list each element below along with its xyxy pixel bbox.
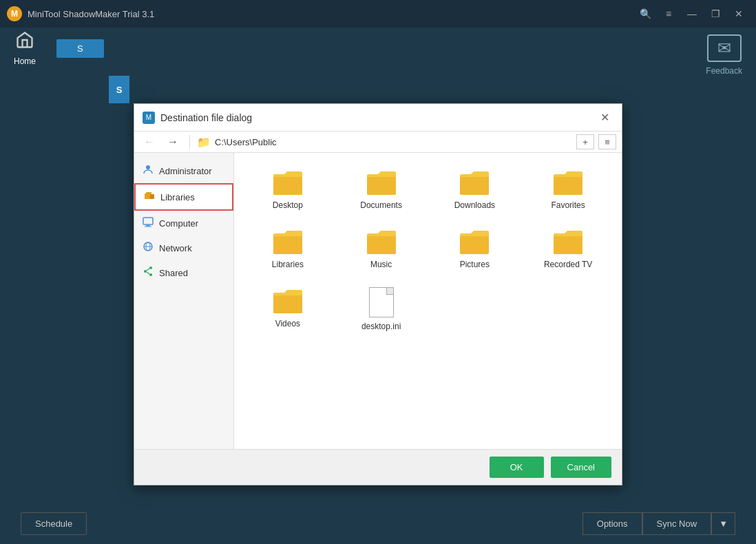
dialog-app-icon: M (143, 112, 155, 124)
active-tab[interactable]: S (56, 39, 104, 58)
middle-content: S M Destination file dialog ✕ ← → (0, 69, 756, 503)
folder-icon-music (366, 228, 397, 255)
computer-icon (143, 216, 154, 230)
app-title: MiniTool ShadowMaker Trial 3.1 (28, 9, 154, 19)
cancel-button[interactable]: Cancel (551, 457, 611, 478)
file-name-favorites: Favorites (551, 200, 585, 210)
options-button[interactable]: Options (582, 512, 642, 535)
feedback-icon: ✉ (707, 34, 742, 62)
close-button[interactable]: ✕ (728, 6, 749, 21)
administrator-label: Administrator (159, 166, 212, 176)
file-item-desktop-ini[interactable]: desktop.ini (338, 282, 425, 337)
back-button[interactable]: ← (140, 134, 159, 149)
search-button[interactable]: 🔍 (635, 6, 655, 21)
dialog-title: Destination file dialog (160, 112, 252, 123)
svg-line-13 (147, 269, 149, 271)
file-name-desktop: Desktop (273, 200, 303, 210)
folder-icon-downloads (459, 169, 490, 196)
menu-button[interactable]: ≡ (658, 6, 679, 21)
sync-now-button[interactable]: Sync Now (642, 512, 712, 535)
svg-line-14 (147, 272, 149, 274)
shared-label: Shared (159, 268, 188, 278)
dialog-left-panel: Administrator Libraries (134, 153, 234, 449)
left-item-shared[interactable]: Shared (134, 260, 233, 285)
app-body: Home S ✉ Feedback S M Destination file d… (0, 28, 756, 544)
file-name-desktop-ini: desktop.ini (361, 322, 401, 331)
file-name-recorded-tv: Recorded TV (544, 260, 592, 269)
addr-separator (189, 135, 190, 149)
folder-icon-favorites (552, 169, 584, 196)
dialog-content: Administrator Libraries (134, 153, 622, 449)
svg-point-11 (144, 270, 147, 273)
dialog-overlay: M Destination file dialog ✕ ← → 📁 C:\Use… (0, 69, 756, 503)
svg-rect-4 (143, 218, 153, 224)
file-name-music: Music (370, 260, 392, 269)
svg-point-10 (149, 266, 152, 269)
svg-rect-3 (150, 194, 154, 199)
home-icon (15, 30, 34, 54)
libraries-label: Libraries (160, 192, 195, 202)
file-item-desktop[interactable]: Desktop (244, 163, 331, 216)
restore-button[interactable]: ❐ (705, 6, 726, 21)
dialog-close-button[interactable]: ✕ (596, 109, 613, 125)
folder-icon-recorded-tv (552, 228, 584, 255)
svg-rect-5 (146, 225, 150, 227)
libraries-icon (144, 190, 155, 204)
folder-icon-pictures (459, 228, 490, 255)
svg-rect-2 (146, 192, 151, 193)
home-label: Home (14, 56, 36, 66)
folder-icon-documents (366, 169, 397, 196)
file-doc-icon (369, 287, 394, 317)
folder-icon-libraries (272, 228, 304, 255)
file-grid: Desktop Documents (241, 160, 615, 340)
left-item-computer[interactable]: Computer (134, 211, 233, 236)
file-item-documents[interactable]: Documents (338, 163, 425, 216)
left-item-network[interactable]: Network (134, 236, 233, 260)
addr-path: C:\Users\Public (215, 137, 572, 147)
file-name-pictures: Pictures (460, 260, 490, 269)
administrator-icon (143, 164, 154, 178)
addr-add-button[interactable]: + (576, 134, 594, 149)
file-name-videos: Videos (275, 319, 300, 328)
file-name-libraries: Libraries (272, 260, 304, 269)
app-icon: M (7, 6, 22, 21)
file-item-music[interactable]: Music (338, 222, 425, 275)
file-item-videos[interactable]: Videos (244, 282, 331, 337)
svg-point-12 (149, 273, 152, 276)
dialog-footer: OK Cancel (134, 449, 622, 485)
file-item-downloads[interactable]: Downloads (432, 163, 518, 216)
bottom-bar: Schedule Options Sync Now ▼ (0, 503, 756, 544)
folder-icon-desktop (272, 169, 304, 196)
minimize-button[interactable]: — (682, 6, 702, 21)
network-icon (143, 241, 154, 255)
nav-bar: Home S (0, 28, 756, 69)
left-item-libraries[interactable]: Libraries (134, 183, 233, 211)
folder-icon-videos (272, 287, 304, 315)
dialog-titlebar: M Destination file dialog ✕ (134, 104, 622, 132)
schedule-button[interactable]: Schedule (21, 512, 87, 535)
ok-button[interactable]: OK (490, 457, 544, 478)
network-label: Network (159, 243, 192, 253)
left-item-administrator[interactable]: Administrator (134, 158, 233, 183)
destination-dialog: M Destination file dialog ✕ ← → 📁 C:\Use… (134, 103, 622, 485)
file-item-libraries[interactable]: Libraries (244, 222, 331, 275)
addr-view-button[interactable]: ≡ (598, 134, 616, 149)
shared-icon (143, 266, 154, 280)
file-item-favorites[interactable]: Favorites (525, 163, 611, 216)
nav-home[interactable]: Home (14, 30, 36, 66)
sync-dropdown-button[interactable]: ▼ (711, 512, 735, 535)
file-name-documents: Documents (360, 200, 402, 210)
dialog-addressbar: ← → 📁 C:\Users\Public + ≡ (134, 132, 622, 153)
svg-point-0 (146, 165, 150, 169)
svg-rect-6 (145, 227, 151, 227)
title-bar: M MiniTool ShadowMaker Trial 3.1 🔍 ≡ — ❐… (0, 0, 756, 28)
bottom-right-buttons: Options Sync Now ▼ (582, 512, 735, 535)
addr-folder-icon: 📁 (197, 136, 211, 149)
file-name-downloads: Downloads (454, 200, 495, 210)
forward-button[interactable]: → (163, 134, 182, 149)
computer-label: Computer (159, 218, 198, 229)
file-item-pictures[interactable]: Pictures (432, 222, 518, 275)
file-item-recorded-tv[interactable]: Recorded TV (525, 222, 611, 275)
dialog-right-panel: Desktop Documents (234, 153, 622, 449)
window-controls: 🔍 ≡ — ❐ ✕ (635, 6, 749, 21)
